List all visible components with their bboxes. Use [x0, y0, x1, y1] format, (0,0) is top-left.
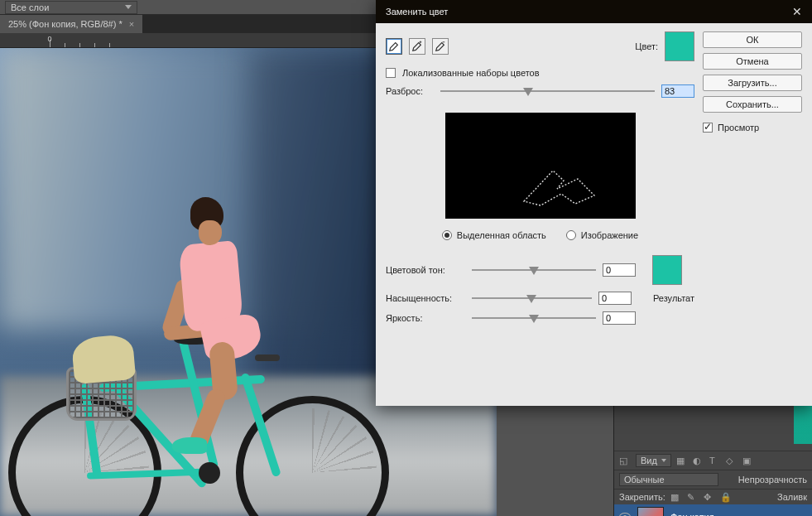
mask-preview[interactable]	[445, 113, 636, 219]
result-swatch[interactable]	[652, 255, 682, 285]
layer-filter-select[interactable]: Вид	[636, 454, 671, 467]
filter-smart-icon[interactable]: ▣	[742, 456, 754, 465]
document-tab[interactable]: 25% (Фон копия, RGB/8#) * ×	[0, 15, 142, 33]
radio-image[interactable]: Изображение	[566, 230, 638, 240]
radio-image-label: Изображение	[581, 230, 638, 240]
document-tab-title: 25% (Фон копия, RGB/8#) *	[8, 19, 123, 29]
radio-on-icon	[442, 230, 452, 240]
load-button[interactable]: Загрузить...	[703, 75, 802, 91]
layer-name: Фон копия	[670, 512, 714, 516]
dialog-titlebar[interactable]: Заменить цвет ✕	[376, 0, 812, 23]
lock-label: Закрепить:	[619, 492, 665, 502]
close-icon[interactable]: ×	[129, 19, 134, 29]
lock-brush-icon[interactable]: ✎	[687, 492, 699, 502]
lock-move-icon[interactable]: ✥	[704, 492, 715, 502]
fuzziness-slider[interactable]	[440, 84, 655, 98]
chevron-down-icon	[661, 459, 666, 462]
kind-icon: ◱	[619, 456, 631, 465]
layer-row[interactable]: Фон копия	[614, 504, 812, 516]
localized-checkbox[interactable]	[386, 68, 396, 78]
hue-slider[interactable]	[472, 263, 596, 277]
fuzziness-label: Разброс:	[386, 86, 434, 96]
filter-shape-icon[interactable]: ◇	[726, 456, 738, 465]
layers-scope-select[interactable]: Все слои	[5, 1, 137, 14]
blend-mode-label: Обычные	[624, 475, 665, 485]
radio-off-icon	[566, 230, 576, 240]
eyedropper-plus-tool[interactable]	[409, 38, 425, 55]
blend-opacity-row: Обычные Непрозрачность	[614, 470, 812, 489]
filter-adjust-icon[interactable]: ◐	[693, 456, 704, 465]
filter-pixel-icon[interactable]: ▦	[676, 456, 688, 465]
fill-label: Заливк	[777, 492, 807, 502]
layers-list: Фон копияФон	[614, 504, 812, 516]
replace-color-dialog: Заменить цвет ✕ Цвет: Локализованные наб…	[376, 0, 812, 406]
radio-selection[interactable]: Выделенная область	[442, 230, 546, 240]
layer-filter-label: Вид	[641, 456, 657, 465]
ok-button[interactable]: ОК	[703, 31, 802, 48]
layers-scope-label: Все слои	[11, 2, 49, 12]
eyedropper-minus-tool[interactable]	[432, 38, 449, 55]
hue-input[interactable]	[603, 263, 636, 277]
filter-text-icon[interactable]: T	[709, 456, 721, 465]
lock-row: Закрепить: ▩ ✎ ✥ 🔒 Заливк	[614, 489, 812, 504]
lightness-input[interactable]	[603, 311, 636, 325]
close-button[interactable]: ✕	[789, 3, 805, 20]
color-swatch[interactable]	[665, 31, 694, 61]
color-label: Цвет:	[635, 41, 658, 51]
preview-checkbox-label: Просмотр	[718, 123, 759, 133]
dialog-title: Заменить цвет	[386, 7, 448, 17]
eyedropper-tool[interactable]	[386, 38, 402, 55]
lock-transparent-icon[interactable]: ▩	[670, 492, 682, 502]
radio-selection-label: Выделенная область	[457, 230, 546, 240]
layer-filter-row: ◱ Вид ▦ ◐ T ◇ ▣	[614, 451, 812, 470]
result-label: Результат	[653, 293, 694, 303]
chevron-down-icon	[125, 5, 132, 9]
hue-label: Цветовой тон:	[386, 265, 465, 275]
preview-checkbox[interactable]	[703, 123, 713, 133]
lightness-label: Яркость:	[386, 313, 465, 323]
blend-mode-select[interactable]: Обычные	[619, 473, 718, 486]
saturation-slider[interactable]	[472, 292, 592, 305]
saturation-label: Насыщенность:	[386, 293, 465, 303]
lightness-slider[interactable]	[472, 311, 596, 325]
layer-thumbnail	[637, 507, 664, 516]
save-button[interactable]: Сохранить...	[703, 96, 802, 113]
localized-checkbox-label: Локализованные наборы цветов	[402, 68, 540, 78]
opacity-label: Непрозрачность	[738, 475, 807, 485]
preview-checkbox-row[interactable]: Просмотр	[703, 123, 802, 133]
cancel-button[interactable]: Отмена	[703, 53, 802, 70]
lock-all-icon[interactable]: 🔒	[720, 492, 732, 502]
fuzziness-input[interactable]	[661, 84, 694, 98]
visibility-icon[interactable]	[619, 513, 631, 516]
saturation-input[interactable]	[598, 292, 632, 305]
